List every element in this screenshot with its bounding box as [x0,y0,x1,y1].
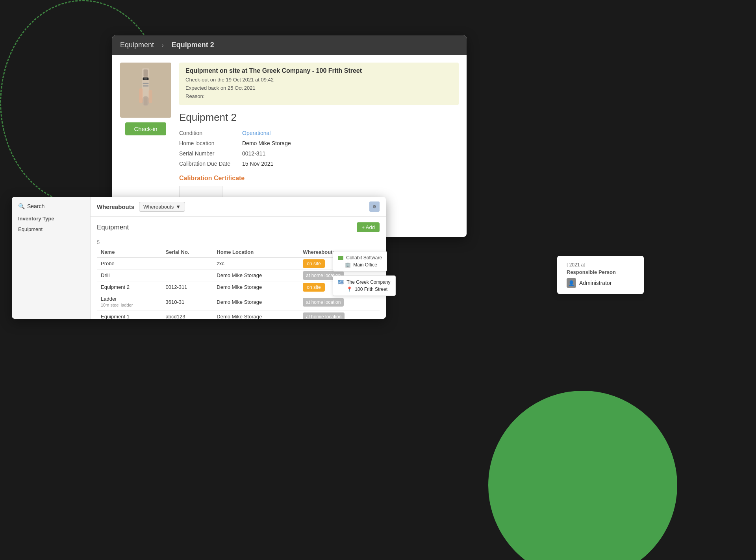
cell-home-location: zxc [213,258,299,270]
sidebar: 🔍 Search Inventory Type Equipment [12,197,91,319]
status-checkout: Check-out on the 19 Oct 2021 at 09:42 [185,76,452,84]
home-location-label: Home location [179,140,242,146]
cell-home-location: Demo Mike Storage [213,281,299,293]
status-expected: Expected back on 25 Oct 2021 [185,84,452,92]
status-badge-on-site[interactable]: on site [303,283,324,292]
search-icon: 🔍 [18,203,25,209]
equipment-list-title: Equipment [97,224,129,231]
table-row[interactable]: Equipment 1abcd123Demo Mike Storageal ho… [97,311,380,319]
equipment-image [120,63,171,118]
condition-value[interactable]: Operational [242,130,459,136]
cell-serial: 0012-311 [162,281,213,293]
probe-location-sub: 🏢 Main Office [345,262,377,268]
greece-flag-icon: 🇬🇷 [338,279,344,285]
dropdown-label: Whereabouts [143,204,174,210]
whereabouts-label: Whereabouts [97,203,134,210]
responsible-person: 👤 Administrator [567,278,634,288]
cell-home-location: Demo Mike Storage [213,293,299,311]
svg-rect-5 [144,78,147,80]
serial-value: 0012-311 [242,150,459,157]
cell-name: Drill [97,270,162,281]
breadcrumb-separator: › [162,42,164,48]
item-sub: 10m steel ladder [101,303,133,307]
serial-label: Serial Number [179,150,242,157]
collabit-flag-icon [338,256,343,260]
search-label[interactable]: Search [27,203,44,209]
whereabouts-dropdown[interactable]: Whereabouts ▼ [139,202,185,212]
condition-label: Condition [179,130,242,136]
svg-rect-3 [144,97,147,104]
sidebar-item-equipment[interactable]: Equipment [18,225,84,234]
dropdown-arrow-icon: ▼ [176,204,181,210]
breadcrumb-label: Equipment [120,41,154,49]
equipment-card-header: Equipment › Equipment 2 [112,35,467,55]
cell-name: Equipment 1 [97,311,162,319]
sidebar-search-row[interactable]: 🔍 Search [18,203,84,209]
equipment-card-title: Equipment 2 [172,41,214,49]
cell-name: Equipment 2 [97,281,162,293]
status-badge-at-home[interactable]: at home location [303,298,344,307]
cell-serial: 3610-31 [162,293,213,311]
svg-rect-9 [148,90,152,103]
count-row: 5 [97,236,380,247]
add-row: + Add [357,220,380,235]
probe-svg [130,67,161,114]
status-banner: Equipment on site at The Greek Company -… [179,63,459,105]
cell-serial [162,270,213,281]
responsible-label: Responsible Person [567,269,634,275]
panel-top-bar: 🔍 Search Inventory Type Equipment Wherea… [12,197,386,319]
equip2-location-sub: 📍 100 Frith Street [346,286,387,292]
cell-name: Probe [97,258,162,270]
svg-rect-1 [143,69,148,76]
cell-home-location: Demo Mike Storage [213,270,299,281]
cell-name: Ladder10m steel ladder [97,293,162,311]
home-location-value: Demo Mike Storage [242,140,459,146]
settings-icon[interactable]: ⚙ [369,201,380,212]
sidebar-section-title: Inventory Type [18,216,84,222]
building-icon-2: 📍 [346,286,352,292]
decorative-green-circle [488,391,677,560]
calibration-value: 15 Nov 2021 [242,161,459,167]
status-badge-on-site[interactable]: on site [303,259,324,268]
svg-rect-7 [143,85,149,87]
cell-home-location: Demo Mike Storage [213,311,299,319]
responsible-name: Administrator [579,280,611,286]
equip2-location-name: The Greek Company [346,279,390,285]
status-banner-title: Equipment on site at The Greek Company -… [185,67,452,74]
svg-rect-8 [139,88,143,103]
status-badge-at-home[interactable]: al homie location [303,312,345,319]
main-part-header: Whereabouts Whereabouts ▼ ⚙ [91,197,386,217]
calibration-cert-title: Calibration Certificate [179,175,459,182]
status-reason: Reason: [185,92,452,101]
cell-whereabouts: al homie location [299,311,380,319]
responsible-person-card: t 2021 at Responsible Person 👤 Administr… [557,256,644,294]
calibration-label: Calibration Due Date [179,161,242,167]
add-button[interactable]: + Add [357,222,380,232]
col-home-location: Home Location [213,247,299,258]
svg-rect-6 [143,83,149,84]
equipment-name: Equipment 2 [179,111,459,124]
item-name: Ladder [101,296,117,302]
probe-location-name: Collabit Software [346,255,382,261]
detail-table: Condition Operational Home location Demo… [179,130,459,167]
cell-serial: abcd123 [162,311,213,319]
equip2-location-tooltip: 🇬🇷 The Greek Company 📍 100 Frith Street [333,275,396,296]
col-name: Name [97,247,162,258]
responsible-date-text: t 2021 at [567,262,634,268]
col-serial: Serial No. [162,247,213,258]
probe-location-tooltip: Collabit Software 🏢 Main Office [333,251,387,272]
building-icon: 🏢 [345,262,351,268]
cell-serial [162,258,213,270]
whereabouts-panel: 🔍 Search Inventory Type Equipment Wherea… [12,197,386,319]
avatar: 👤 [567,278,576,288]
check-in-button[interactable]: Check-in [125,122,166,135]
